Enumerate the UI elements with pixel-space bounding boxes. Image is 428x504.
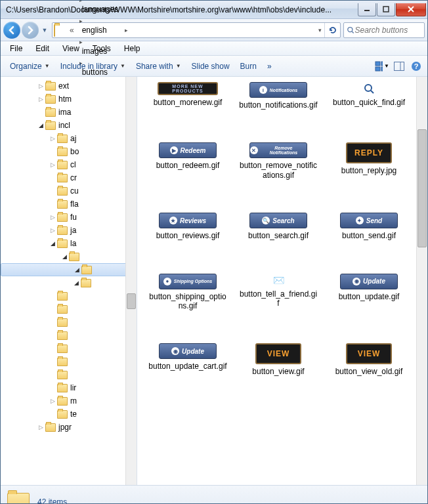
expand-icon[interactable]: ▷: [48, 161, 57, 168]
collapse-icon[interactable]: ◢: [36, 122, 45, 129]
chevron-right-icon[interactable]: ▸: [77, 0, 85, 3]
tree-item[interactable]: ▷jpgr: [1, 421, 137, 434]
menu-view[interactable]: View: [56, 43, 86, 54]
tree-item[interactable]: ima: [1, 106, 137, 119]
expand-icon[interactable]: ▷: [48, 214, 57, 220]
menu-tools[interactable]: Tools: [86, 43, 118, 54]
preview-pane-button[interactable]: [392, 59, 406, 74]
breadcrumb-segment[interactable]: languages: [77, 5, 122, 14]
tree-item[interactable]: [1, 368, 137, 381]
tree-item[interactable]: ◢incl: [1, 119, 137, 132]
history-dropdown[interactable]: ▼: [40, 22, 49, 38]
breadcrumb-segment[interactable]: english: [77, 26, 122, 35]
burn-button[interactable]: Burn: [235, 59, 262, 74]
tree-item[interactable]: cu: [1, 184, 137, 198]
tree-item[interactable]: ▷cl: [1, 158, 137, 171]
expand-icon[interactable]: ▷: [48, 227, 57, 234]
expand-icon[interactable]: ▷: [48, 135, 57, 142]
close-button[interactable]: [396, 3, 426, 16]
tree-item[interactable]: fla: [1, 198, 137, 211]
tree-item[interactable]: ◢: [1, 250, 137, 263]
tree-item[interactable]: [1, 303, 137, 316]
folder-icon: [45, 108, 56, 117]
expand-icon[interactable]: ▷: [36, 424, 45, 430]
menu-edit[interactable]: Edit: [29, 43, 56, 54]
tree-item[interactable]: lir: [1, 381, 137, 394]
file-item[interactable]: ✕Remove Notificationsbutton_remove_notif…: [236, 142, 321, 180]
address-bar[interactable]: « includes▸languages▸english▸images▸butt…: [52, 22, 341, 38]
tree-item-label: incl: [58, 121, 70, 130]
tree-item[interactable]: cr: [1, 171, 137, 184]
file-item[interactable]: ◉Updatebutton_update.gif: [326, 274, 412, 311]
collapse-icon[interactable]: ◢: [60, 253, 69, 260]
tree-item[interactable]: ◢: [1, 276, 137, 289]
window-title: C:\Users\Brandon\Documents\WWW\Mortshire…: [1, 5, 357, 14]
tree-item[interactable]: [1, 355, 137, 368]
file-item[interactable]: 🔍Searchbutton_search.gif: [236, 213, 321, 240]
tree-item[interactable]: [1, 316, 137, 329]
expand-icon[interactable]: ▷: [36, 96, 45, 102]
file-item[interactable]: REPLYbutton_reply.jpg: [326, 142, 412, 180]
tree-item[interactable]: [1, 329, 137, 342]
file-name-label: button_search.gif: [248, 231, 309, 240]
tree-item[interactable]: [1, 342, 137, 355]
file-item[interactable]: ▶Redeembutton_redeem.gif: [145, 142, 230, 180]
maximize-button[interactable]: [377, 3, 395, 16]
organize-menu[interactable]: Organize▼: [5, 59, 55, 74]
menu-help[interactable]: Help: [118, 43, 147, 54]
chevron-right-icon[interactable]: ▸: [77, 18, 85, 24]
search-input[interactable]: [354, 26, 421, 35]
file-item[interactable]: VIEWbutton_view_old.gif: [326, 343, 412, 376]
tree-scrollbar[interactable]: [125, 77, 137, 485]
file-name-label: button_shipping_options.gif: [148, 292, 227, 311]
back-button[interactable]: [3, 22, 20, 39]
minimize-button[interactable]: [358, 3, 376, 16]
menu-file[interactable]: File: [3, 43, 29, 54]
scrollbar-thumb[interactable]: [417, 129, 427, 247]
file-thumbnail: ★Reviews: [159, 213, 217, 228]
tree-item[interactable]: ◢la: [1, 237, 137, 250]
file-item[interactable]: VIEWbutton_view.gif: [236, 343, 321, 376]
slide-show-button[interactable]: Slide show: [186, 59, 235, 74]
file-thumbnail: [362, 82, 375, 95]
expand-icon[interactable]: ▷: [48, 398, 57, 404]
file-item[interactable]: ✦Sendbutton_send.gif: [326, 213, 412, 240]
tree-item[interactable]: ▷fu: [1, 211, 137, 224]
expand-icon[interactable]: ▷: [36, 83, 45, 89]
forward-button[interactable]: [22, 22, 39, 39]
address-dropdown[interactable]: ▾: [316, 27, 324, 33]
tree-item[interactable]: te: [1, 408, 137, 421]
tree-item[interactable]: ▷m: [1, 394, 137, 408]
tree-item[interactable]: ◢: [1, 263, 137, 276]
navigation-tree[interactable]: ▷ext▷htmima◢incl▷ajbo▷clcrcufla▷fu▷ja◢la…: [1, 77, 137, 485]
content-scrollbar[interactable]: [416, 77, 427, 485]
file-item[interactable]: ★Reviewsbutton_reviews.gif: [145, 213, 230, 240]
help-button[interactable]: ?: [409, 59, 423, 74]
file-item[interactable]: iNotificationsbutton_notifications.gif: [236, 82, 321, 110]
tree-item[interactable]: ▷htm: [1, 93, 137, 106]
include-in-library-menu[interactable]: Include in library▼: [55, 59, 131, 74]
file-item[interactable]: button_quick_find.gif: [326, 82, 412, 110]
tree-item[interactable]: [1, 289, 137, 303]
chevron-right-icon[interactable]: ▸: [122, 27, 131, 33]
collapse-icon[interactable]: ◢: [48, 240, 57, 247]
file-list-pane[interactable]: MORE NEW PRODUCTSbutton_morenew.gifiNoti…: [137, 77, 427, 485]
file-item[interactable]: ✉️button_tell_a_friend.gif: [236, 274, 321, 311]
refresh-button[interactable]: [324, 23, 340, 37]
breadcrumb-overflow[interactable]: «: [66, 26, 77, 35]
view-options-button[interactable]: ▼: [375, 59, 389, 74]
file-item[interactable]: ◉Updatebutton_update_cart.gif: [145, 343, 230, 376]
tree-item[interactable]: bo: [1, 145, 137, 158]
file-item[interactable]: ●Shipping Optionsbutton_shipping_options…: [145, 274, 230, 311]
collapse-icon[interactable]: ◢: [72, 280, 81, 286]
collapse-icon[interactable]: ◢: [72, 266, 81, 273]
svg-point-4: [348, 27, 353, 32]
search-box[interactable]: [343, 22, 425, 38]
toolbar-overflow[interactable]: »: [262, 59, 277, 74]
share-with-menu[interactable]: Share with▼: [131, 59, 186, 74]
file-item[interactable]: MORE NEW PRODUCTSbutton_morenew.gif: [145, 82, 230, 110]
tree-item[interactable]: ▷ja: [1, 224, 137, 237]
tree-item[interactable]: ▷aj: [1, 132, 137, 145]
tree-item[interactable]: ▷ext: [1, 79, 137, 93]
scrollbar-thumb[interactable]: [127, 293, 136, 309]
